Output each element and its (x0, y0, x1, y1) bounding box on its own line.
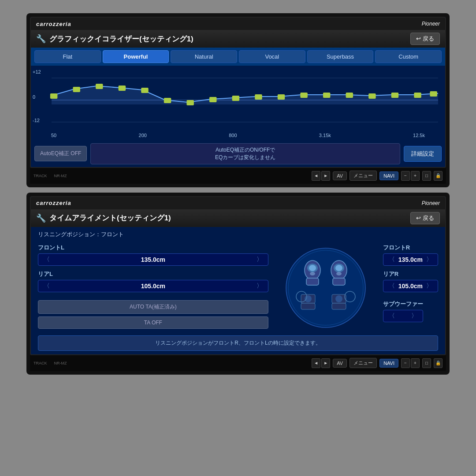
bottom-screen: carrozzeria Pioneer 🔧 タイムアライメント(セッティング1)… (30, 196, 446, 355)
next-button[interactable]: ► (321, 171, 330, 181)
front-r-up[interactable]: 〉 (424, 256, 434, 264)
rear-r-down[interactable]: 〈 (387, 282, 397, 290)
front-l-row: 〈 135.0cm 〉 (38, 253, 268, 266)
extra-btn-2[interactable]: 🔒 (434, 171, 443, 181)
svg-rect-25 (306, 278, 319, 285)
autoeq-button[interactable]: AutoEQ補正 OFF (34, 146, 87, 161)
control-bar-top: TRACK NR-MZ ◄ ► AV メニュー NAVI − + □ 🔒 (30, 168, 446, 184)
eq-chart-area: +12 0 -12 (31, 66, 445, 141)
svg-rect-35 (301, 303, 315, 309)
front-l-label: フロントL (38, 244, 268, 252)
svg-rect-19 (391, 93, 399, 98)
navi-button-bottom[interactable]: NAVI (379, 359, 398, 368)
brand-right-top: Pioneer (422, 21, 440, 27)
svg-rect-38 (332, 303, 346, 309)
freq-12k5: 12.5k (413, 133, 425, 138)
vol-arrows-bottom: − + (401, 358, 420, 368)
svg-rect-16 (323, 93, 331, 98)
av-button-top[interactable]: AV (333, 171, 347, 180)
svg-rect-5 (73, 87, 80, 92)
tab-superbass[interactable]: Superbass (307, 50, 374, 63)
av-button-bottom[interactable]: AV (333, 359, 347, 368)
front-l-down[interactable]: 〈 (42, 256, 52, 264)
eq-title: グラフィックイコライザー(セッティング1) (49, 34, 193, 44)
sub-down[interactable]: 〈 (387, 312, 397, 320)
svg-rect-18 (368, 93, 376, 99)
ta-buttons: AUTO TA(補正済み) TA OFF (38, 300, 268, 329)
rear-r-value: 105.0cm (398, 283, 423, 290)
svg-rect-17 (346, 93, 353, 98)
vol-down-button-bottom[interactable]: − (401, 358, 410, 368)
tab-vocal[interactable]: Vocal (239, 50, 305, 63)
prev-button-bottom[interactable]: ◄ (312, 358, 320, 368)
eq-chart-svg (38, 69, 438, 131)
svg-rect-4 (50, 93, 58, 99)
rear-l-value: 105.0cm (53, 283, 253, 290)
ta-main-layout: フロントL 〈 135.0cm 〉 リアL 〈 105.0cm (38, 244, 438, 332)
front-l-value: 135.0cm (53, 256, 253, 263)
bottom-device-unit: carrozzeria Pioneer 🔧 タイムアライメント(セッティング1)… (26, 193, 450, 375)
extra-btn-1[interactable]: □ (422, 171, 431, 181)
freq-800: 800 (229, 133, 237, 138)
model-text: NR-MZ (54, 174, 67, 178)
tab-natural[interactable]: Natural (171, 50, 237, 63)
svg-point-27 (309, 265, 316, 271)
top-screen: carrozzeria Pioneer 🔧 グラフィックイコライザー(セッティン… (30, 17, 446, 168)
rear-r-row: 〈 105.0cm 〉 (383, 280, 438, 292)
extra-btn-3[interactable]: □ (422, 358, 431, 368)
svg-rect-20 (414, 93, 421, 98)
wrench-icon-bottom: 🔧 (36, 213, 46, 223)
front-r-row: 〈 135.0cm 〉 (383, 253, 438, 266)
front-l-up[interactable]: 〉 (255, 256, 264, 264)
title-left-top: 🔧 グラフィックイコライザー(セッティング1) (36, 34, 193, 44)
detail-button[interactable]: 詳細設定 (404, 146, 442, 162)
freq-200: 200 (139, 133, 147, 138)
ctrl-info-top: TRACK NR-MZ (33, 174, 67, 178)
track-label: TRACK (33, 174, 47, 178)
tab-powerful[interactable]: Powerful (103, 50, 169, 63)
rear-r-up[interactable]: 〉 (424, 282, 434, 290)
rear-l-row: 〈 105.0cm 〉 (38, 280, 268, 292)
y-label-plus12: +12 (33, 69, 41, 74)
back-button-top[interactable]: ↩ 戻る (410, 33, 440, 45)
auto-ta-button[interactable]: AUTO TA(補正済み) (38, 300, 268, 314)
svg-rect-10 (186, 100, 194, 105)
svg-point-33 (336, 272, 342, 275)
tab-custom[interactable]: Custom (375, 50, 442, 63)
rear-l-down[interactable]: 〈 (42, 282, 52, 290)
back-button-bottom[interactable]: ↩ 戻る (410, 212, 440, 224)
rear-l-label: リアL (38, 270, 268, 278)
svg-rect-21 (430, 91, 437, 97)
ta-off-button[interactable]: TA OFF (38, 316, 268, 329)
ta-channel-rearl: リアL 〈 105.0cm 〉 (38, 270, 268, 292)
navi-button-top[interactable]: NAVI (379, 171, 398, 180)
ta-info-bar: リスニングポジションがフロントR、フロントLの時に設定できます。 (38, 335, 438, 351)
svg-point-22 (286, 248, 365, 327)
rear-l-up[interactable]: 〉 (255, 282, 264, 290)
menu-button-top[interactable]: メニュー (350, 171, 377, 181)
ctrl-buttons-bottom: ◄ ► AV メニュー NAVI − + □ 🔒 (312, 358, 443, 368)
sub-up[interactable]: 〉 (409, 312, 419, 320)
eq-bottom-controls: AutoEQ補正 OFF AutoEQ補正のON/OFFでEQカーブは変化しませ… (31, 141, 445, 167)
vol-up-button[interactable]: + (411, 171, 420, 181)
wrench-icon: 🔧 (36, 34, 46, 44)
freq-3k15: 3.15k (319, 133, 331, 138)
vol-down-button[interactable]: − (401, 171, 410, 181)
ta-right-controls: フロントR 〈 135.0cm 〉 リアR 〈 105.0cm (383, 244, 438, 332)
vol-up-button-bottom[interactable]: + (411, 358, 420, 368)
ctrl-info-bottom: TRACK NR-MZ (33, 361, 67, 365)
prev-button[interactable]: ◄ (312, 171, 320, 181)
next-button-bottom[interactable]: ► (321, 358, 330, 368)
y-label-minus12: -12 (33, 118, 40, 123)
front-r-down[interactable]: 〈 (387, 256, 397, 264)
menu-button-bottom[interactable]: メニュー (350, 358, 377, 368)
model-text-bottom: NR-MZ (54, 361, 67, 365)
top-device-unit: carrozzeria Pioneer 🔧 グラフィックイコライザー(セッティン… (26, 13, 450, 187)
title-bar-bottom: 🔧 タイムアライメント(セッティング1) ↩ 戻る (31, 209, 445, 227)
y-label-zero: 0 (33, 94, 35, 100)
ctrl-arrows-bottom: ◄ ► (312, 358, 330, 368)
front-r-value: 135.0cm (398, 256, 423, 263)
sub-label: サブウーファー (383, 300, 423, 308)
extra-btn-4[interactable]: 🔒 (434, 358, 443, 368)
tab-flat[interactable]: Flat (34, 50, 101, 63)
